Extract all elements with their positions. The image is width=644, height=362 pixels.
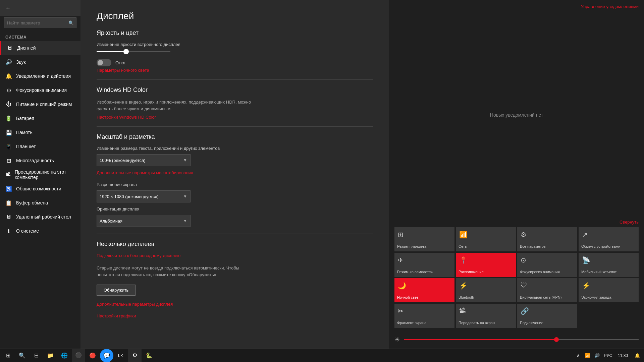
sidebar-items: 🖥Дисплей🔊Звук🔔Уведомления и действия⊙Фок… (0, 41, 80, 238)
sidebar-item-display[interactable]: 🖥Дисплей (0, 41, 80, 55)
qa-tile-network[interactable]: 📶Сеть (456, 227, 516, 251)
brightness-slider-container (97, 51, 373, 52)
settings-window: ← 🔍 Система 🖥Дисплей🔊Звук🔔Уведомления и … (0, 0, 389, 349)
sidebar-label-focus: Фокусировка внимания (16, 87, 67, 93)
qa-tile-airplane[interactable]: ✈Режим «в самолете» (394, 253, 454, 277)
qa-icon-snip: ✂ (398, 307, 404, 315)
sidebar-item-multitask[interactable]: ⊞Многозадачность (0, 154, 80, 168)
taskbar-app-3[interactable]: ⚫ (72, 349, 85, 362)
hd-color-description: Изображение в видео, играх и приложениях… (97, 99, 258, 112)
taskbar-app-settings[interactable]: ⚙ (128, 349, 142, 362)
sidebar-section-label: Система (0, 32, 80, 41)
back-icon: ← (5, 5, 11, 11)
qa-icon-night-light: 🌙 (398, 282, 406, 290)
qa-label-hotspot: Мобильный хот-спот (581, 270, 617, 274)
hd-color-link[interactable]: Настройки Windows HD Color (97, 115, 373, 120)
brightness-slider-track[interactable] (97, 51, 170, 52)
brightness-bar-thumb[interactable] (554, 337, 559, 342)
sidebar-label-sound: Звук (16, 59, 26, 65)
qa-tile-night-light[interactable]: 🌙Ночной свет (394, 278, 454, 302)
manage-notifications-link[interactable]: Управление уведомлениями (581, 4, 639, 9)
sidebar-label-accessibility: Общие возможности (16, 186, 61, 191)
display-advanced-link[interactable]: Дополнительные параметры дисплея (97, 302, 373, 307)
qa-icon-airplane: ✈ (398, 256, 404, 264)
search-button[interactable]: 🔍 (15, 349, 29, 362)
collapse-button[interactable]: Свернуть (620, 220, 639, 225)
sidebar-label-power: Питание и спящий режим (16, 102, 72, 107)
qa-tile-vpn[interactable]: 🛡Виртуальная сеть (VPN) (517, 278, 577, 302)
hd-color-title: Windows HD Color (97, 86, 373, 94)
orientation-dropdown[interactable]: Альбомная Книжная Альбомная (перевёрнута… (97, 215, 191, 227)
night-light-settings-link[interactable]: Параметры ночного света (97, 68, 373, 73)
sidebar-item-remote[interactable]: 🖥Удаленный рабочий стол (0, 210, 80, 224)
discover-button[interactable]: Обнаружить (97, 285, 136, 296)
qa-tile-hotspot[interactable]: 📡Мобильный хот-спот (579, 253, 639, 277)
sidebar-item-tablet[interactable]: 📱Планшет (0, 139, 80, 154)
sidebar-item-project[interactable]: 📽Проецирование на этот компьютер (0, 168, 80, 182)
taskbar-app-browser[interactable]: 🌐 (58, 349, 71, 362)
sidebar-icon-tablet: 📱 (5, 143, 12, 150)
taskbar-app-extra[interactable]: 🐍 (142, 349, 156, 362)
qa-tile-all-settings[interactable]: ⚙Все параметры (517, 227, 577, 251)
multi-display-note: Старые дисплеи могут не всегда подключат… (97, 265, 258, 278)
sidebar-icon-power: ⏻ (5, 101, 12, 107)
sidebar-icon-focus: ⊙ (5, 87, 12, 94)
tray-expand[interactable]: ∧ (574, 349, 582, 362)
sidebar-item-clipboard[interactable]: 📋Буфер обмена (0, 196, 80, 210)
qa-tile-eco-charge[interactable]: ⚡Экономия заряда (579, 278, 639, 302)
taskbar-language[interactable]: РУС (604, 353, 612, 358)
sidebar-item-notifications[interactable]: 🔔Уведомления и действия (0, 69, 80, 83)
start-button[interactable]: ⊞ (1, 349, 15, 362)
taskbar-app-4[interactable]: 🔴 (86, 349, 99, 362)
graphics-settings-link[interactable]: Настройки графики (97, 313, 373, 318)
qa-icon-network: 📶 (459, 231, 468, 239)
tray-network[interactable]: 📶 (584, 349, 592, 362)
search-input[interactable] (4, 17, 76, 28)
qa-tile-project-screen[interactable]: 📽Передавать на экран (456, 304, 516, 328)
sidebar-item-sound[interactable]: 🔊Звук (0, 55, 80, 69)
wireless-display-link[interactable]: Подключиться к беспроводному дисплею (97, 253, 373, 258)
qa-label-airplane: Режим «в самолете» (397, 270, 433, 274)
qa-label-all-settings: Все параметры (520, 244, 546, 249)
sidebar-item-focus[interactable]: ⊙Фокусировка внимания (0, 83, 80, 97)
taskbar-app-5[interactable]: 💬 (100, 349, 113, 362)
brightness-bar-fill (404, 339, 556, 340)
brightness-slider-thumb[interactable] (123, 49, 129, 54)
back-button[interactable]: ← (0, 0, 80, 16)
night-light-toggle[interactable] (97, 59, 111, 66)
sidebar-item-power[interactable]: ⏻Питание и спящий режим (0, 97, 80, 111)
scale-advanced-link[interactable]: Дополнительные параметры масштабирования (97, 170, 373, 175)
sidebar-item-about[interactable]: ℹО системе (0, 224, 80, 238)
brightness-slider-fill (97, 51, 126, 52)
taskbar-app-mail[interactable]: 🖂 (114, 349, 127, 362)
resolution-dropdown[interactable]: 644 × 362 (рекомендуется) 1600 × 900 1… (97, 190, 191, 202)
qa-label-project-screen: Передавать на экран (459, 321, 495, 325)
notification-bell[interactable]: 🔔 (633, 349, 641, 362)
sidebar-icon-memory: 💾 (5, 129, 12, 136)
tray-volume[interactable]: 🔊 (593, 349, 601, 362)
sidebar-label-clipboard: Буфер обмена (16, 200, 48, 205)
brightness-bar-track[interactable] (404, 339, 639, 340)
sidebar-label-tablet: Планшет (16, 144, 36, 149)
taskbar-app-explorer[interactable]: 📁 (44, 349, 57, 362)
qa-icon-tablet-mode: ⊞ (398, 231, 404, 239)
taskbar-left: ⊞ 🔍 ⊟ 📁 🌐 ⚫ 🔴 💬 🖂 ⚙ 🐍 (0, 349, 156, 362)
task-view-button[interactable]: ⊟ (30, 349, 43, 362)
section-divider-2 (97, 126, 373, 127)
qa-tile-connect[interactable]: 🔗Подключение (517, 304, 577, 328)
sidebar-item-battery[interactable]: 🔋Батарея (0, 111, 80, 125)
scale-dropdown[interactable]: 100% (рекомендуется) 125% 150% 175% (97, 154, 191, 166)
sidebar-item-memory[interactable]: 💾Память (0, 125, 80, 139)
sidebar-item-accessibility[interactable]: ♿Общие возможности (0, 182, 80, 196)
qa-tile-snip[interactable]: ✂Фрагмент экрана (394, 304, 454, 328)
qa-tile-bluetooth[interactable]: ⚡Bluetooth (456, 278, 516, 302)
qa-icon-eco-charge: ⚡ (582, 282, 590, 290)
notification-panel: Управление уведомлениями Новых уведомлен… (389, 0, 644, 349)
qa-label-eco-charge: Экономия заряда (581, 295, 611, 300)
taskbar-clock[interactable]: 11:30 (615, 349, 631, 362)
qa-tile-tablet-mode[interactable]: ⊞Режим планшета (394, 227, 454, 251)
qa-tile-location[interactable]: 📍Расположение (456, 253, 516, 277)
qa-label-focus-assist: Фокусировка внимания (520, 270, 560, 274)
qa-tile-share-devices[interactable]: ↗Обмен с устройствами (579, 227, 639, 251)
qa-tile-focus-assist[interactable]: ⊙Фокусировка внимания (517, 253, 577, 277)
